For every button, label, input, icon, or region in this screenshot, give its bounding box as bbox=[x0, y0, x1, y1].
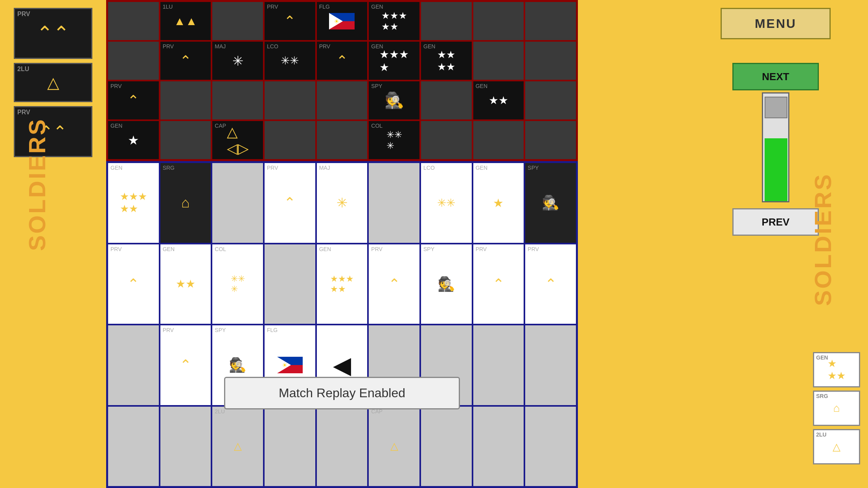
enemy-cell-3-1: PRV ⌃ bbox=[107, 81, 160, 120]
notification-text: Match Replay Enabled bbox=[279, 386, 405, 400]
enemy-cell-4-8 bbox=[473, 120, 525, 160]
player-cell-2-2: GEN ★★ bbox=[160, 244, 212, 325]
player-gen-stars3-icon: ★★★★★ bbox=[120, 191, 147, 215]
small-rank-gen: GEN ★★★ bbox=[813, 352, 860, 387]
player-star-1: ★ bbox=[493, 196, 504, 210]
flag-ph-icon: ☀ bbox=[329, 13, 355, 29]
player-cell-3-2: PRV ⌃ bbox=[160, 325, 212, 406]
mountains-icon: ▲▲ bbox=[174, 15, 197, 28]
player-cell-4-7 bbox=[420, 406, 473, 487]
progress-fill bbox=[765, 138, 787, 201]
player-cell-4-2 bbox=[160, 406, 212, 487]
small-stars2-icon: ★★★ bbox=[828, 358, 846, 382]
enemy-cell-2-2: PRV ⌃ bbox=[160, 41, 212, 81]
enemy-cell-2-8 bbox=[473, 41, 525, 81]
enemy-cell-4-7 bbox=[420, 120, 473, 160]
player-chevron-3: ⌃ bbox=[388, 276, 400, 292]
player-cell-3-8 bbox=[473, 325, 525, 406]
enemy-cell-1-8 bbox=[473, 1, 525, 41]
player-snowflake-1: ✳ bbox=[337, 195, 348, 211]
enemy-cell-1-9 bbox=[524, 1, 577, 41]
player-chevron-5: ⌃ bbox=[545, 276, 557, 292]
nav-controls: NEXT PREV bbox=[732, 63, 819, 236]
enemy-cell-1-5: FLG ☀ bbox=[316, 1, 368, 41]
enemy-cell-4-6: COL ✳✳✳ bbox=[368, 120, 420, 160]
triforce-icon: △◁▷ bbox=[227, 124, 249, 157]
left-sidebar: PRV ⌃⌃ 2LU △ PRV ⌃⌃ SOLDIERS bbox=[0, 0, 106, 488]
right-sidebar: MENU NEXT PREV SOLDIERS GEN ★★★ SRG ⌂ 2L… bbox=[683, 0, 868, 488]
player-cell-1-5: MAJ ✳ bbox=[316, 162, 368, 244]
player-cell-4-4 bbox=[264, 406, 316, 487]
player-board: GEN ★★★★★ SRG ⌂ PRV ⌃ MAJ ✳ LCO ✳✳ GEN ★… bbox=[106, 161, 578, 488]
enemy-cell-4-5 bbox=[316, 120, 368, 160]
enemy-cell-3-2 bbox=[160, 81, 212, 120]
prev-button[interactable]: PREV bbox=[732, 208, 819, 236]
player-spy-icon-3: 🕵 bbox=[229, 357, 246, 373]
player-cell-4-3: 2LU △ bbox=[211, 406, 264, 487]
progress-bar[interactable] bbox=[762, 92, 789, 202]
progress-thumb[interactable] bbox=[765, 97, 787, 118]
player-cell-2-6: PRV ⌃ bbox=[368, 244, 420, 325]
player-chevron-1: ⌃ bbox=[284, 194, 296, 211]
player-snowflakes2: ✳✳ bbox=[437, 196, 455, 209]
enemy-cell-3-5 bbox=[316, 81, 368, 120]
player-cell-2-7: SPY 🕵 bbox=[420, 244, 473, 325]
enemy-cell-1-1 bbox=[107, 1, 160, 41]
gen-stars4-icon: ★★★★ bbox=[379, 48, 409, 74]
player-cell-2-4 bbox=[264, 244, 316, 325]
player-chevron-6: ⌃ bbox=[180, 357, 191, 373]
small-sergeant-icon: ⌂ bbox=[833, 402, 840, 415]
rank-card-2lu: 2LU △ bbox=[14, 63, 92, 102]
chevron-icon-1: ⌃ bbox=[284, 13, 296, 29]
player-cell-2-5: GEN ★★★★★ bbox=[316, 244, 368, 325]
player-cell-4-1 bbox=[107, 406, 160, 487]
player-triangle-2: △ bbox=[390, 440, 398, 452]
player-cell-4-6: CAP △ bbox=[368, 406, 420, 487]
soldiers-label-right: SOLDIERS bbox=[809, 173, 837, 306]
enemy-cell-4-1: GEN ★ bbox=[107, 120, 160, 160]
player-cell-1-9: SPY 🕵 bbox=[524, 162, 577, 244]
small-rank-srg: SRG ⌂ bbox=[813, 391, 860, 426]
gen-stars2-icon: ★★ bbox=[489, 94, 508, 107]
player-cell-2-1: PRV ⌃ bbox=[107, 244, 160, 325]
snowflakes2-icon: ✳✳ bbox=[281, 54, 299, 67]
enemy-board: 1LU ▲▲ PRV ⌃ FLG ☀ GEN ★★★★★ PRV ⌃ bbox=[106, 0, 578, 161]
enemy-cell-1-2: 1LU ▲▲ bbox=[160, 1, 212, 41]
player-cell-1-7: LCO ✳✳ bbox=[420, 162, 473, 244]
enemy-cell-1-7 bbox=[420, 1, 473, 41]
next-button[interactable]: NEXT bbox=[732, 63, 819, 90]
player-stars2: ★★ bbox=[176, 277, 195, 290]
enemy-cell-4-4 bbox=[264, 120, 316, 160]
player-cell-4-9 bbox=[524, 406, 577, 487]
small-triangle-icon: △ bbox=[833, 441, 840, 453]
enemy-cell-2-6: GEN ★★★★ bbox=[368, 41, 420, 81]
enemy-cell-1-6: GEN ★★★★★ bbox=[368, 1, 420, 41]
enemy-cell-3-4 bbox=[264, 81, 316, 120]
player-cell-1-1: GEN ★★★★★ bbox=[107, 162, 160, 244]
sergeant-icon-1: ⌂ bbox=[181, 194, 190, 211]
spy-icon-1: 🕵 bbox=[384, 91, 404, 110]
enemy-cell-3-8: GEN ★★ bbox=[473, 81, 525, 120]
player-cell-1-8: GEN ★ bbox=[473, 162, 525, 244]
arrow-left-icon: ◀ bbox=[333, 351, 351, 379]
small-rank-cards: GEN ★★★ SRG ⌂ 2LU △ bbox=[813, 352, 860, 464]
enemy-cell-4-9 bbox=[524, 120, 577, 160]
enemy-cell-2-1 bbox=[107, 41, 160, 81]
player-cell-3-1 bbox=[107, 325, 160, 406]
enemy-cell-3-9 bbox=[524, 81, 577, 120]
player-cell-1-4: PRV ⌃ bbox=[264, 162, 316, 244]
col-snowflakes-icon: ✳✳✳ bbox=[386, 129, 402, 151]
enemy-cell-3-6: SPY 🕵 bbox=[368, 81, 420, 120]
menu-button[interactable]: MENU bbox=[721, 8, 831, 39]
player-cell-2-8: PRV ⌃ bbox=[473, 244, 525, 325]
player-cell-1-3 bbox=[211, 162, 264, 244]
enemy-cell-2-5: PRV ⌃ bbox=[316, 41, 368, 81]
player-cell-1-6 bbox=[368, 162, 420, 244]
player-chevron-2: ⌃ bbox=[127, 276, 139, 292]
player-cell-4-8 bbox=[473, 406, 525, 487]
player-cell-2-9: PRV ⌃ bbox=[524, 244, 577, 325]
triangle-icon: △ bbox=[47, 73, 59, 92]
player-cell-4-5 bbox=[316, 406, 368, 487]
player-chevron-4: ⌃ bbox=[493, 276, 504, 292]
gen-star-icon: ★ bbox=[128, 133, 139, 148]
